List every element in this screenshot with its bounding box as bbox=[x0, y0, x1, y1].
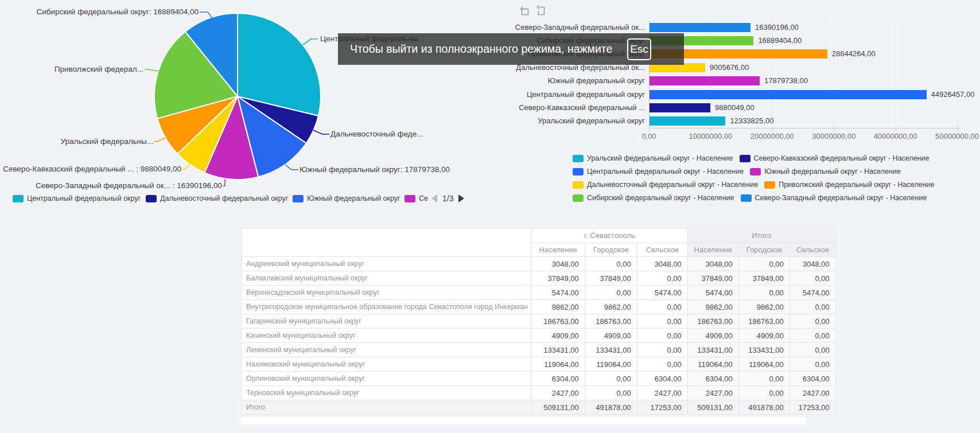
bar-legend: Уральский федеральный округ - НаселениеС… bbox=[573, 154, 934, 207]
table-row-5: Качинский муниципальный округ4909,004909… bbox=[242, 329, 836, 343]
row-label: Орлиновский муниципальный округ bbox=[242, 372, 532, 386]
cell: 37849,00 bbox=[738, 271, 790, 286]
table-row-8: Орлиновский муниципальный округ6304,000,… bbox=[242, 372, 836, 386]
row-label: Внутригородское муниципальное образовани… bbox=[242, 300, 532, 314]
table-row-0: Андреевский муниципальный округ3048,000,… bbox=[242, 257, 836, 271]
cell: 0,00 bbox=[738, 372, 790, 386]
cell: 133431,00 bbox=[738, 343, 790, 357]
bar-value-label-6: 9880049,00 bbox=[715, 103, 755, 112]
cell: 0,00 bbox=[585, 286, 637, 300]
bar-7[interactable] bbox=[650, 116, 725, 126]
table-row-6: Ленинский муниципальный округ133431,0013… bbox=[242, 343, 836, 357]
cell: 0,00 bbox=[637, 329, 687, 343]
total-label: Итого bbox=[242, 400, 532, 415]
bar-5[interactable] bbox=[650, 90, 927, 99]
cell: 37849,00 bbox=[687, 271, 738, 286]
x-tick-label: 0,00 bbox=[617, 132, 680, 141]
bar-category-label-7: Уральский федеральный округ bbox=[538, 116, 645, 125]
table-row-4: Гагаринский муниципальный округ186763,00… bbox=[242, 314, 836, 329]
bar-legend-row: Сибирский федеральный округ - НаселениеС… bbox=[573, 194, 934, 202]
bar-legend-item-6[interactable]: Сибирский федеральный округ - Население bbox=[573, 194, 734, 202]
legend-marker-icon bbox=[741, 194, 752, 202]
table-row-3: Внутригородское муниципальное образовани… bbox=[242, 300, 836, 314]
bar-value-label-5: 44926457,00 bbox=[931, 90, 975, 99]
sub-column-header-2[interactable]: Сельское bbox=[637, 243, 687, 257]
cell: 0,00 bbox=[637, 343, 687, 357]
dashboard: Центральный федеральны...Дальневосточный… bbox=[0, 0, 980, 433]
bar-legend-item-7[interactable]: Северо-Западный федеральный округ - Насе… bbox=[741, 194, 927, 202]
sub-column-header-5[interactable]: Сельское bbox=[790, 243, 835, 257]
bar-legend-label: Уральский федеральный округ - Население bbox=[587, 154, 733, 162]
total-cell: 17253,00 bbox=[637, 400, 687, 415]
pivot-table: г. Севастополь Итого НаселениеГородскоеС… bbox=[241, 228, 836, 415]
total-cell: 491878,00 bbox=[738, 400, 790, 415]
sub-column-header-4[interactable]: Городское bbox=[738, 243, 790, 257]
sub-column-header-1[interactable]: Городское bbox=[585, 243, 637, 257]
cell: 9862,00 bbox=[738, 300, 790, 314]
esc-key: Esc bbox=[627, 38, 651, 60]
bar-value-label-0: 16390196,00 bbox=[755, 23, 799, 32]
bar-category-label-0: Северо-Западный федеральный ок... bbox=[515, 23, 645, 32]
total-cell: 509131,00 bbox=[687, 400, 738, 415]
legend-marker-icon bbox=[573, 181, 584, 189]
cell: 3048,00 bbox=[531, 257, 585, 271]
row-label: Нахимовский муниципальный округ bbox=[242, 357, 532, 372]
bar-legend-item-3[interactable]: Южный федеральный округ - Население bbox=[750, 167, 901, 175]
bar-value-label-1: 16889404,00 bbox=[758, 36, 802, 45]
table-row-9: Терновский муниципальный округ2427,000,0… bbox=[242, 386, 836, 400]
cell: 0,00 bbox=[738, 386, 790, 400]
gridline bbox=[834, 21, 834, 128]
bar-6[interactable] bbox=[650, 103, 710, 112]
cell: 0,00 bbox=[637, 271, 687, 286]
cell: 119064,00 bbox=[738, 357, 790, 372]
bar-legend-item-5[interactable]: Приволжский федеральный округ - Населени… bbox=[764, 181, 934, 189]
sub-column-header-0[interactable]: Население bbox=[531, 243, 585, 257]
bar-legend-item-1[interactable]: Северо-Кавказский федеральный округ - На… bbox=[740, 154, 930, 162]
cell: 119064,00 bbox=[687, 357, 738, 372]
column-group-sevastopol: г. Севастополь bbox=[531, 228, 687, 243]
cell: 186763,00 bbox=[687, 314, 738, 329]
cell: 133431,00 bbox=[585, 343, 637, 357]
total-cell: 491878,00 bbox=[585, 400, 637, 415]
bar-0[interactable] bbox=[650, 23, 750, 32]
bar-legend-label: Северо-Кавказский федеральный округ - На… bbox=[754, 154, 930, 162]
bar-legend-label: Приволжский федеральный округ - Населени… bbox=[779, 181, 934, 189]
row-label: Ленинский муниципальный округ bbox=[242, 343, 532, 357]
bar-category-label-5: Центральный федеральный округ bbox=[527, 90, 645, 99]
bar-legend-label: Северо-Западный федеральный округ - Насе… bbox=[755, 194, 927, 202]
toast-message: Чтобы выйти из полноэкранного режима, на… bbox=[350, 33, 612, 65]
cell: 0,00 bbox=[790, 357, 835, 372]
cell: 6304,00 bbox=[531, 372, 585, 386]
cell: 2427,00 bbox=[531, 386, 585, 400]
cell: 133431,00 bbox=[531, 343, 585, 357]
x-tick-label: 40000000,00 bbox=[864, 132, 927, 141]
legend-marker-icon bbox=[573, 155, 584, 162]
total-cell: 17253,00 bbox=[790, 400, 835, 415]
cell: 37849,00 bbox=[531, 271, 585, 286]
cell: 186763,00 bbox=[585, 314, 637, 329]
x-tick-label: 20000000,00 bbox=[741, 132, 804, 141]
total-cell: 509131,00 bbox=[531, 400, 585, 415]
cell: 0,00 bbox=[637, 314, 687, 329]
cell: 6304,00 bbox=[637, 372, 687, 386]
bar-4[interactable] bbox=[650, 76, 760, 85]
cell: 133431,00 bbox=[687, 343, 738, 357]
cell: 5474,00 bbox=[790, 286, 835, 300]
cell: 0,00 bbox=[790, 343, 835, 357]
row-label: Верхнесадовский муниципальный округ bbox=[242, 286, 532, 300]
legend-marker-icon bbox=[750, 168, 761, 175]
bar-legend-row: Уральский федеральный округ - НаселениеС… bbox=[573, 154, 934, 162]
cell: 0,00 bbox=[585, 257, 637, 271]
bar-value-label-7: 12333825,00 bbox=[730, 116, 773, 125]
cell: 0,00 bbox=[790, 271, 835, 286]
cell: 4909,00 bbox=[585, 329, 637, 343]
row-label: Гагаринский муниципальный округ bbox=[242, 314, 532, 329]
bar-legend-item-2[interactable]: Центральный федеральный округ - Населени… bbox=[573, 167, 744, 175]
sub-column-header-3[interactable]: Население bbox=[687, 243, 738, 257]
bar-legend-item-0[interactable]: Уральский федеральный округ - Население bbox=[573, 154, 733, 162]
cell: 0,00 bbox=[637, 300, 687, 314]
reset-zoom-icon[interactable] bbox=[534, 5, 546, 17]
zoom-selection-icon[interactable] bbox=[518, 5, 530, 17]
bar-legend-item-4[interactable]: Дальневосточный федеральный округ - Насе… bbox=[573, 181, 758, 189]
x-tick-label: 10000000,00 bbox=[679, 132, 742, 141]
